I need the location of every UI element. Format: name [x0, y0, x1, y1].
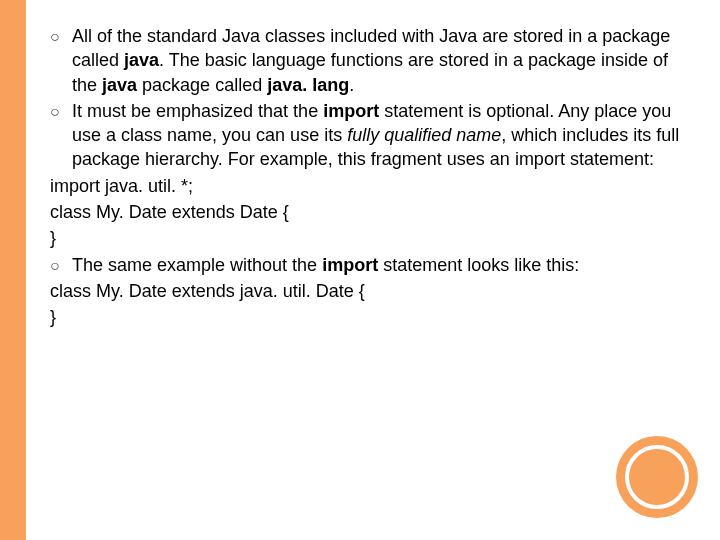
- bullet-icon: ○: [50, 99, 72, 172]
- bullet-item: ○ It must be emphasized that the import …: [50, 99, 680, 172]
- text-bold: import: [323, 101, 379, 121]
- code-line: class My. Date extends java. util. Date …: [50, 279, 680, 303]
- text-bold: java. lang: [267, 75, 349, 95]
- text: statement looks like this:: [378, 255, 579, 275]
- text: It must be emphasized that the: [72, 101, 323, 121]
- bullet-icon: ○: [50, 24, 72, 97]
- code-line: import java. util. *;: [50, 174, 680, 198]
- slide: ○ All of the standard Java classes inclu…: [0, 0, 720, 540]
- text-bold: java: [102, 75, 137, 95]
- text-bold: java: [124, 50, 159, 70]
- text: The same example without the: [72, 255, 322, 275]
- bullet-item: ○ The same example without the import st…: [50, 253, 680, 277]
- code-line: }: [50, 226, 680, 250]
- bullet-text: The same example without the import stat…: [72, 253, 680, 277]
- bullet-text: All of the standard Java classes include…: [72, 24, 680, 97]
- bullet-icon: ○: [50, 253, 72, 277]
- code-line: class My. Date extends Date {: [50, 200, 680, 224]
- slide-content: ○ All of the standard Java classes inclu…: [50, 24, 680, 332]
- bullet-text: It must be emphasized that the import st…: [72, 99, 680, 172]
- text-italic: fully qualified name: [347, 125, 501, 145]
- bullet-item: ○ All of the standard Java classes inclu…: [50, 24, 680, 97]
- code-line: }: [50, 305, 680, 329]
- accent-bar: [0, 0, 26, 540]
- text: package called: [137, 75, 267, 95]
- decorative-circle-ring: [625, 445, 689, 509]
- text: .: [349, 75, 354, 95]
- text-bold: import: [322, 255, 378, 275]
